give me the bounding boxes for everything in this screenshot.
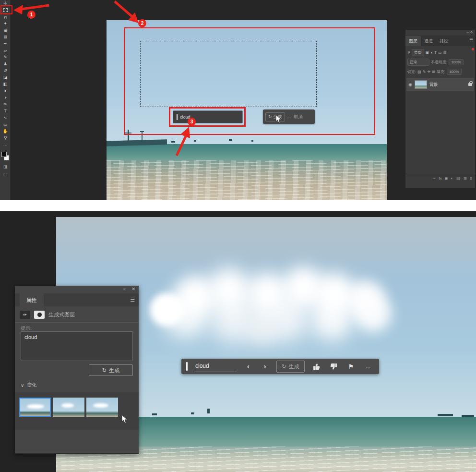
layer-filter-row: ⚲ 类型 ▣ ◐ T ▭ ⊞ — [407, 48, 473, 57]
variations-header[interactable]: ∨ 变化 — [21, 382, 36, 388]
panel-minibar: – ✕ — [405, 30, 475, 36]
cancel-button[interactable]: 取消 — [294, 114, 303, 120]
generate-button[interactable]: ↻ 生成 — [89, 364, 133, 376]
generative-fill-icon: ✑ — [20, 311, 30, 319]
tab-properties[interactable]: 属性 — [20, 293, 44, 306]
lock-all-icon[interactable]: ⊞ — [432, 70, 435, 74]
filter-adjustment-layers-icon[interactable]: ◐ — [430, 50, 433, 55]
fill-value[interactable]: 100% — [447, 69, 461, 75]
lock-icon — [468, 83, 472, 86]
close-panel-icon[interactable]: ✕ — [131, 287, 135, 291]
contextual-taskbar: ↻ 生成 … 取消 — [263, 109, 315, 124]
layer-thumbnail[interactable] — [415, 80, 427, 89]
zoom-tool-icon[interactable]: ⚲ — [0, 134, 11, 141]
lasso-tool-icon[interactable]: ℘ — [0, 13, 11, 20]
eraser-tool-icon[interactable]: ◪ — [0, 74, 11, 81]
collapse-panel-icon[interactable]: « — [123, 287, 126, 291]
filter-smart-objects-icon[interactable]: ⊞ — [443, 50, 447, 55]
filter-shape-layers-icon[interactable]: ▭ — [438, 50, 442, 55]
path-select-tool-icon[interactable]: ↖ — [0, 114, 11, 121]
boat — [191, 412, 194, 414]
adjustment-layer-icon[interactable]: ◐ — [451, 176, 453, 181]
variation-thumbnail-2[interactable] — [53, 398, 84, 417]
new-layer-icon[interactable]: ⊞ — [464, 176, 467, 181]
frame-tool-icon[interactable]: ⊠ — [0, 34, 11, 40]
collapse-panel-icon[interactable]: – — [467, 30, 469, 34]
variation-thumbnail-3[interactable] — [86, 398, 118, 417]
generate-button[interactable]: ↻ 生成 — [276, 361, 304, 373]
close-panel-icon[interactable]: ✕ — [470, 30, 473, 34]
healing-brush-tool-icon[interactable]: ▱ — [0, 47, 11, 54]
blend-mode-select[interactable]: 正常 — [407, 59, 429, 66]
more-options-icon[interactable]: … — [363, 363, 374, 370]
panel-menu-icon[interactable]: ☰ — [130, 297, 135, 303]
pen-tool-icon[interactable]: ✑ — [0, 101, 11, 108]
hand-tool-icon[interactable]: ✋ — [0, 128, 11, 134]
more-options-button[interactable]: … — [287, 114, 292, 119]
add-mask-icon[interactable]: ◙ — [445, 176, 448, 181]
shape-tool-icon[interactable]: ▭ — [0, 121, 11, 128]
clone-stamp-tool-icon[interactable]: ♟ — [0, 61, 11, 67]
text-caret — [177, 114, 178, 120]
screen-mode-icon[interactable]: ▢ — [0, 171, 11, 178]
dodge-tool-icon[interactable]: ◑ — [0, 94, 11, 101]
prompt-textarea[interactable]: cloud — [21, 331, 133, 361]
crop-tool-icon[interactable]: ⊞ — [0, 27, 11, 34]
brush-tool-icon[interactable]: ✎ — [0, 54, 11, 61]
lock-row: 锁定: ▨ ✎ ✛ ⊞ 填充: 100% — [407, 67, 473, 76]
object-selection-tool-icon[interactable]: ✦ — [0, 20, 11, 27]
gradient-tool-icon[interactable]: ◧ — [0, 81, 11, 87]
mouse-cursor — [275, 114, 282, 123]
next-variation-icon[interactable]: › — [260, 363, 270, 370]
filter-pixel-layers-icon[interactable]: ▣ — [426, 50, 429, 55]
layer-row-background[interactable]: ◉ 背景 — [406, 78, 474, 91]
generative-prompt-input[interactable]: cloud — [173, 110, 243, 123]
lock-label: 锁定: — [407, 69, 416, 74]
visibility-eye-icon[interactable]: ◉ — [408, 82, 412, 87]
blur-tool-icon[interactable]: ♦ — [0, 87, 11, 94]
thumbs-down-icon[interactable] — [329, 363, 339, 370]
filter-kind-select[interactable]: 类型 — [412, 49, 424, 56]
edit-toolbar-icon[interactable]: … — [0, 141, 11, 148]
opacity-value[interactable]: 100% — [449, 59, 463, 65]
eyedropper-tool-icon[interactable]: ✒ — [0, 40, 11, 47]
thumbs-up-icon[interactable] — [311, 363, 322, 370]
tab-channels[interactable]: 通道 — [421, 36, 436, 46]
quick-mask-icon[interactable]: ◨ — [0, 163, 11, 170]
tutorial-composite: ✛ ℘ ✦ ⊞ ⊠ ✒ ▱ ✎ ♟ ↺ ◪ ◧ ♦ ◑ ✑ T ↖ ▭ ✋ ⚲ … — [0, 0, 476, 472]
prompt-label: 提示: — [21, 325, 32, 332]
properties-panel: « ✕ 属性 ☰ ✑ 生成式图层 提示: cloud ↻ 生成 ∨ 变化 — [15, 286, 139, 454]
layer-kind-row: ✑ 生成式图层 — [20, 310, 134, 319]
panel-minibar: « ✕ — [15, 286, 139, 293]
foreground-color-swatch[interactable] — [1, 152, 7, 157]
generate-dial-icon: ↻ — [282, 363, 286, 370]
annotation-arrow-3 — [169, 125, 194, 157]
boat — [152, 413, 157, 415]
layer-name: 背景 — [429, 82, 466, 88]
filter-type-layers-icon[interactable]: T — [434, 50, 437, 55]
delete-layer-icon[interactable]: ▯ — [470, 176, 472, 181]
layer-effects-icon[interactable]: fx — [439, 176, 441, 181]
surf-region — [107, 160, 387, 200]
variation-thumbnail-1[interactable] — [19, 398, 51, 417]
rocks — [438, 414, 453, 416]
annotation-step-1: 1 — [27, 11, 36, 19]
filter-toggle-pin[interactable] — [472, 48, 474, 50]
annotation-rect-marquee-tool — [0, 5, 12, 14]
new-group-icon[interactable]: ▤ — [456, 176, 460, 181]
panel-tab-row: 属性 ☰ — [15, 293, 139, 306]
prompt-input[interactable]: cloud — [194, 361, 237, 372]
type-tool-icon[interactable]: T — [0, 108, 11, 114]
tab-layers[interactable]: 图层 — [405, 36, 421, 46]
lock-paint-icon[interactable]: ✎ — [423, 70, 426, 74]
history-brush-tool-icon[interactable]: ↺ — [0, 67, 11, 74]
lock-transparency-icon[interactable]: ▨ — [417, 70, 421, 74]
panel-menu-icon[interactable]: ☰ — [469, 37, 473, 42]
tab-paths[interactable]: 路径 — [436, 36, 452, 46]
report-flag-icon[interactable]: ⚑ — [346, 363, 357, 370]
taskbar-handle[interactable] — [186, 362, 188, 371]
previous-variation-icon[interactable]: ‹ — [243, 363, 253, 370]
mouse-cursor — [121, 414, 128, 424]
link-layers-icon[interactable]: ∞ — [433, 176, 436, 181]
lock-position-icon[interactable]: ✛ — [428, 70, 431, 74]
